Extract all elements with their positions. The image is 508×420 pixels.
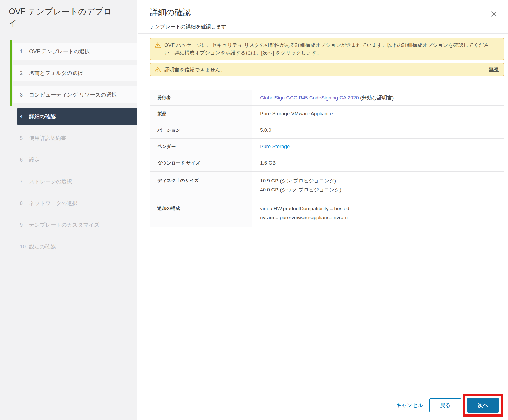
extra-config-line: virtualHW.productCompatibility = hosted	[260, 204, 504, 213]
step-number: 8	[20, 200, 27, 206]
row-value: virtualHW.productCompatibility = hosted …	[252, 199, 504, 227]
step-label: 設定	[29, 156, 40, 163]
table-row-size-on-disk: ディスク上のサイズ 10.9 GB (シン プロビジョニング) 40.0 GB …	[150, 172, 504, 199]
step-number: 4	[20, 113, 27, 120]
extra-config-line: nvram = pure-vmware-appliance.nvram	[260, 213, 504, 222]
step-label: テンプレートのカスタマイズ	[29, 221, 99, 229]
step-number: 5	[20, 135, 27, 141]
step-9-customize-template: 9 テンプレートのカスタマイズ	[13, 217, 137, 233]
table-row-publisher: 発行者 GlobalSign GCC R45 CodeSigning CA 20…	[150, 90, 504, 106]
page-title: 詳細の確認	[150, 7, 191, 18]
step-3-select-compute-resource[interactable]: 3 コンピューティング リソースの選択	[13, 86, 137, 103]
certificate-status-text: (無効な証明書)	[359, 95, 394, 101]
step-5-license-agreements: 5 使用許諾契約書	[13, 130, 137, 146]
step-label: コンピューティング リソースの選択	[29, 91, 117, 98]
warning-banner-advanced-options: OVF パッケージに、セキュリティ リスクの可能性がある詳細構成オプションが含ま…	[150, 38, 504, 60]
table-row-version: バージョン 5.0.0	[150, 122, 504, 139]
annotation-highlight-box: 次へ	[463, 394, 503, 417]
step-label: OVF テンプレートの選択	[29, 48, 90, 55]
row-label: 製品	[150, 106, 252, 122]
row-value: Pure Storage	[252, 139, 504, 154]
table-row-product: 製品 Pure Storage VMware Appliance	[150, 106, 504, 122]
row-label: ダウンロード サイズ	[150, 154, 252, 172]
row-value: Pure Storage VMware Appliance	[252, 106, 504, 122]
table-row-download-size: ダウンロード サイズ 1.6 GB	[150, 154, 504, 172]
step-number: 9	[20, 222, 27, 228]
header-divider	[138, 33, 508, 34]
ignore-link[interactable]: 無視	[489, 66, 499, 73]
wizard-sidebar: OVF テンプレートのデプロイ 1 OVF テンプレートの選択 2 名前とフォル…	[0, 0, 137, 420]
warning-text: OVF パッケージに、セキュリティ リスクの可能性がある詳細構成オプションが含ま…	[164, 41, 499, 57]
step-number: 6	[20, 157, 27, 163]
wizard-footer: キャンセル 戻る 次へ	[396, 394, 503, 417]
step-number: 1	[20, 48, 27, 54]
row-label: 発行者	[150, 90, 252, 106]
step-label: ネットワークの選択	[29, 200, 78, 207]
warning-icon	[154, 42, 161, 49]
table-row-extra-configuration: 追加の構成 virtualHW.productCompatibility = h…	[150, 199, 504, 227]
step-7-select-storage: 7 ストレージの選択	[13, 173, 137, 190]
certificate-warning-text: 証明書を信頼できません。	[164, 66, 483, 74]
step-label: 詳細の確認	[29, 113, 56, 120]
warning-icon	[154, 66, 161, 73]
step-8-select-networks: 8 ネットワークの選択	[13, 195, 137, 211]
close-icon-glyph	[489, 10, 498, 19]
step-10-ready-to-complete: 10 設定の確認	[13, 238, 137, 255]
row-label: バージョン	[150, 122, 252, 139]
warning-banner-certificate: 証明書を信頼できません。 無視	[150, 63, 504, 76]
size-thin-provisioned: 10.9 GB (シン プロビジョニング)	[260, 176, 504, 185]
progress-rail-completed	[10, 40, 12, 106]
step-number: 7	[20, 179, 27, 185]
step-label: 設定の確認	[29, 243, 56, 250]
step-number: 10	[20, 244, 27, 250]
back-button[interactable]: 戻る	[429, 398, 461, 412]
vendor-link[interactable]: Pure Storage	[260, 144, 290, 149]
row-label: ベンダー	[150, 139, 252, 154]
row-value: GlobalSign GCC R45 CodeSigning CA 2020 (…	[252, 90, 504, 106]
wizard-title: OVF テンプレートのデプロイ	[9, 6, 112, 29]
row-label: ディスク上のサイズ	[150, 172, 252, 199]
row-label: 追加の構成	[150, 199, 252, 227]
step-content-panel: 詳細の確認 テンプレートの詳細を確認します。 OVF パッケージに、セキュリティ…	[138, 0, 508, 420]
step-6-configuration: 6 設定	[13, 152, 137, 168]
deploy-ovf-template-dialog: OVF テンプレートのデプロイ 1 OVF テンプレートの選択 2 名前とフォル…	[0, 0, 508, 420]
page-subtitle: テンプレートの詳細を確認します。	[150, 23, 231, 30]
progress-rail-pending	[11, 126, 11, 258]
step-number: 3	[20, 92, 27, 98]
step-label: 名前とフォルダの選択	[29, 70, 83, 77]
template-details-table: 発行者 GlobalSign GCC R45 CodeSigning CA 20…	[150, 90, 504, 227]
step-1-select-ovf-template[interactable]: 1 OVF テンプレートの選択	[13, 43, 137, 60]
step-4-review-details[interactable]: 4 詳細の確認	[17, 108, 137, 125]
row-value: 10.9 GB (シン プロビジョニング) 40.0 GB (シック プロビジョ…	[252, 172, 504, 199]
table-row-vendor: ベンダー Pure Storage	[150, 139, 504, 154]
next-button[interactable]: 次へ	[467, 398, 499, 413]
row-value: 1.6 GB	[252, 154, 504, 172]
step-label: 使用許諾契約書	[29, 135, 66, 142]
step-label: ストレージの選択	[29, 178, 72, 185]
close-icon[interactable]	[488, 9, 499, 20]
certificate-link[interactable]: GlobalSign GCC R45 CodeSigning CA 2020	[260, 95, 359, 101]
step-2-select-name-folder[interactable]: 2 名前とフォルダの選択	[13, 65, 137, 81]
size-thick-provisioned: 40.0 GB (シック プロビジョニング)	[260, 185, 504, 194]
step-number: 2	[20, 70, 27, 76]
row-value: 5.0.0	[252, 122, 504, 139]
cancel-button[interactable]: キャンセル	[396, 402, 423, 409]
